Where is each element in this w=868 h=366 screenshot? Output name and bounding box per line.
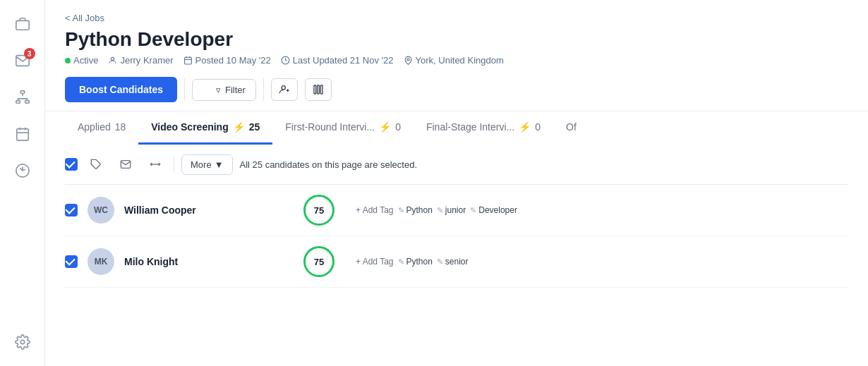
sidebar-item-reports[interactable] xyxy=(7,155,38,186)
boost-candidates-button[interactable]: Boost Candidates xyxy=(65,77,177,102)
sidebar-item-settings[interactable] xyxy=(7,327,38,358)
updated-meta: Last Updated 21 Nov '22 xyxy=(281,55,394,66)
svg-rect-1 xyxy=(20,91,25,94)
email-bulk-icon[interactable] xyxy=(114,153,137,176)
sidebar-item-org[interactable] xyxy=(7,82,38,113)
tabs-container: Applied 18 Video Screening ⚡ 25 First-Ro… xyxy=(45,111,868,145)
tab-fr-count: 0 xyxy=(395,121,401,133)
svg-point-17 xyxy=(282,86,285,90)
toolbar-divider-2 xyxy=(263,78,264,101)
avatar-2: MK xyxy=(88,248,114,275)
location-label: York, United Kingdom xyxy=(416,55,504,66)
svg-point-8 xyxy=(20,340,25,344)
sidebar: 3 xyxy=(0,0,45,366)
svg-rect-16 xyxy=(203,85,212,94)
updated-label: Last Updated 21 Nov '22 xyxy=(293,55,394,66)
status-label: Active xyxy=(73,55,98,66)
tag-junior[interactable]: ✎ junior xyxy=(437,205,466,215)
person-icon xyxy=(108,56,117,65)
tabs: Applied 18 Video Screening ⚡ 25 First-Ro… xyxy=(45,111,868,145)
tab-applied[interactable]: Applied 18 xyxy=(65,111,138,145)
score-circle-1: 75 xyxy=(303,195,334,226)
status-dot xyxy=(65,58,71,63)
owner-label: Jerry Kramer xyxy=(120,55,173,66)
calendar-small-icon xyxy=(183,56,193,65)
candidate-name-1[interactable]: William Cooper xyxy=(124,205,251,216)
svg-point-9 xyxy=(111,57,114,60)
svg-rect-4 xyxy=(16,129,28,141)
toolbar-divider xyxy=(184,78,185,101)
add-person-icon xyxy=(279,84,290,95)
lightning-icon: ⚡ xyxy=(233,121,245,133)
posted-label: Posted 10 May '22 xyxy=(195,55,271,66)
tab-vs-count: 25 xyxy=(249,121,260,133)
tab-applied-label: Applied xyxy=(78,121,111,133)
add-candidate-button[interactable] xyxy=(271,78,298,101)
svg-point-15 xyxy=(406,59,409,61)
location-icon xyxy=(404,56,413,65)
svg-rect-22 xyxy=(320,85,323,94)
sidebar-item-inbox[interactable]: 3 xyxy=(7,45,38,76)
tab-vs-label: Video Screening xyxy=(151,121,228,133)
bulk-divider xyxy=(174,157,174,172)
clock-icon xyxy=(281,56,290,65)
tag-bulk-icon[interactable] xyxy=(85,153,107,176)
svg-rect-10 xyxy=(184,57,191,64)
tab-fs-label: Final-Stage Intervi... xyxy=(426,121,514,133)
tab-final-stage[interactable]: Final-Stage Intervi... ⚡ 0 xyxy=(414,111,553,145)
candidate-checkbox-1[interactable] xyxy=(65,204,78,216)
svg-rect-2 xyxy=(16,101,20,104)
candidate-checkbox-2[interactable] xyxy=(65,255,78,268)
posted-meta: Posted 10 May '22 xyxy=(183,55,271,66)
svg-rect-0 xyxy=(16,20,28,30)
tag-senior[interactable]: ✎ senior xyxy=(437,257,469,267)
tag-developer[interactable]: ✎ Developer xyxy=(470,205,517,215)
select-all-checkbox[interactable] xyxy=(65,158,78,171)
sidebar-item-calendar[interactable] xyxy=(7,118,38,150)
tab-applied-count: 18 xyxy=(115,121,126,133)
page-title: Python Developer xyxy=(65,28,848,51)
tag-python-2[interactable]: ✎ Python xyxy=(398,257,433,267)
tab-other-label: Of xyxy=(566,121,577,133)
filter-icon xyxy=(203,85,212,94)
filter-button[interactable]: ▿ Filter xyxy=(192,79,256,101)
tab-first-round[interactable]: First-Round Intervi... ⚡ 0 xyxy=(272,111,414,145)
avatar-1: WC xyxy=(88,197,114,224)
tab-fs-count: 0 xyxy=(535,121,541,133)
lightning-icon-3: ⚡ xyxy=(519,121,531,133)
bulk-action-bar: More ▼ All 25 candidates on this page ar… xyxy=(65,145,848,185)
status-meta: Active xyxy=(65,55,98,66)
owner-meta: Jerry Kramer xyxy=(108,55,173,66)
candidate-row-2: MK Milo Knight 75 + Add Tag ✎ Python ✎ s… xyxy=(65,236,848,288)
tag-python-1[interactable]: ✎ Python xyxy=(398,205,433,215)
candidate-row: WC William Cooper 75 + Add Tag ✎ Python … xyxy=(65,185,848,236)
svg-rect-20 xyxy=(314,85,316,94)
tab-other[interactable]: Of xyxy=(553,111,589,145)
selection-message: All 25 candidates on this page are selec… xyxy=(240,159,418,170)
toolbar: Boost Candidates ▿ Filter xyxy=(65,77,848,111)
candidate-name-2[interactable]: Milo Knight xyxy=(124,256,251,267)
more-button[interactable]: More ▼ xyxy=(181,154,233,175)
breadcrumb[interactable]: < All Jobs xyxy=(65,13,104,23)
meta-row: Active Jerry Kramer Posted 10 May '22 La… xyxy=(65,55,848,66)
top-area: < All Jobs Python Developer Active Jerry… xyxy=(45,0,868,111)
tags-area-1: + Add Tag ✎ Python ✎ junior ✎ Developer xyxy=(356,205,848,215)
tags-area-2: + Add Tag ✎ Python ✎ senior xyxy=(356,257,848,267)
candidates-area: More ▼ All 25 candidates on this page ar… xyxy=(45,145,868,366)
tab-video-screening[interactable]: Video Screening ⚡ 25 xyxy=(138,111,272,145)
inbox-badge: 3 xyxy=(24,48,35,59)
svg-rect-21 xyxy=(318,85,320,94)
move-bulk-icon[interactable] xyxy=(144,153,167,176)
tab-fr-label: First-Round Intervi... xyxy=(285,121,375,133)
score-circle-2: 75 xyxy=(303,246,334,277)
svg-rect-3 xyxy=(25,101,28,104)
add-tag-1[interactable]: + Add Tag xyxy=(356,205,394,215)
column-settings-button[interactable] xyxy=(305,78,332,101)
add-tag-2[interactable]: + Add Tag xyxy=(356,257,394,267)
main-content: < All Jobs Python Developer Active Jerry… xyxy=(45,0,868,366)
columns-icon xyxy=(313,84,324,95)
lightning-icon-2: ⚡ xyxy=(379,121,391,133)
sidebar-item-jobs[interactable] xyxy=(7,8,38,39)
location-meta: York, United Kingdom xyxy=(404,55,504,66)
